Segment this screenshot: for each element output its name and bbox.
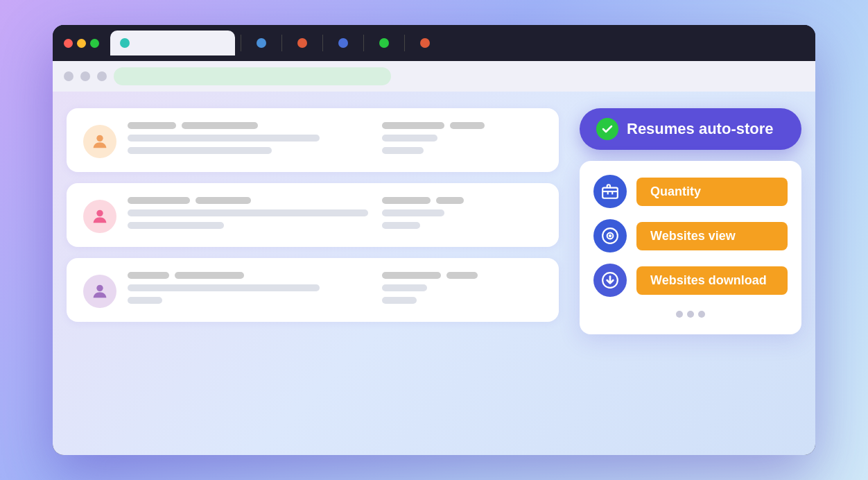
download-icon-circle — [593, 264, 627, 297]
tab-4[interactable] — [329, 31, 358, 55]
card-right-3 — [382, 272, 542, 304]
tab-divider-3 — [322, 35, 323, 51]
nav-refresh[interactable] — [97, 71, 107, 81]
more-dots[interactable] — [593, 308, 788, 318]
user-icon-1 — [90, 132, 110, 151]
nav-forward[interactable] — [80, 71, 90, 81]
tab-dot-blue — [257, 38, 266, 48]
right-panel: Resumes auto-store Quantit — [580, 108, 801, 438]
card-content-2 — [128, 197, 542, 229]
resumes-badge[interactable]: Resumes auto-store — [580, 108, 801, 150]
text-bar — [382, 222, 420, 229]
svg-point-9 — [609, 234, 611, 237]
svg-point-0 — [96, 135, 103, 142]
menu-item-websites-download[interactable]: Websites download — [593, 264, 788, 297]
text-bar — [196, 197, 251, 204]
text-bar — [382, 297, 417, 304]
resumes-label: Resumes auto-store — [627, 120, 774, 138]
text-bar — [128, 272, 169, 279]
quantity-label: Quantity — [636, 178, 788, 206]
maximize-button[interactable] — [90, 39, 99, 48]
nav-back[interactable] — [64, 71, 73, 81]
dot-3 — [698, 311, 705, 318]
svg-rect-3 — [602, 188, 618, 198]
menu-item-quantity[interactable]: Quantity — [593, 175, 788, 208]
text-bar — [382, 122, 444, 129]
text-bar — [182, 122, 258, 129]
list-card-3 — [67, 258, 559, 322]
tab-divider-2 — [281, 35, 282, 51]
text-bar — [128, 284, 320, 291]
text-bar — [128, 147, 272, 154]
checkmark-icon — [601, 123, 614, 135]
text-bar — [446, 272, 478, 279]
tab-dot-blue3 — [338, 38, 348, 48]
menu-item-websites-view[interactable]: Websites view — [593, 219, 788, 252]
text-bar — [128, 197, 190, 204]
download-icon — [601, 271, 619, 289]
card-left-3 — [128, 272, 368, 304]
eye-icon-circle — [593, 219, 627, 252]
card-content-1 — [128, 122, 542, 154]
traffic-lights — [64, 39, 99, 48]
avatar-1 — [83, 125, 116, 158]
text-bar — [128, 222, 224, 229]
text-bar — [128, 209, 368, 216]
text-bar — [175, 272, 244, 279]
tab-3[interactable] — [288, 31, 317, 55]
card-content-3 — [128, 272, 542, 304]
text-bar — [382, 135, 437, 142]
tab-dot-red2 — [420, 38, 430, 48]
briefcase-icon — [601, 182, 619, 200]
card-right-1 — [382, 122, 542, 154]
user-icon-3 — [90, 282, 110, 301]
menu-popup: Quantity Websites view — [580, 161, 801, 334]
eye-icon — [601, 227, 619, 245]
title-bar — [53, 25, 815, 61]
text-bar — [450, 122, 485, 129]
text-bar — [128, 135, 320, 142]
websites-download-label: Websites download — [636, 266, 788, 295]
address-bar[interactable] — [114, 67, 391, 85]
avatar-3 — [83, 275, 116, 308]
list-card-1 — [67, 108, 559, 172]
text-bar — [436, 197, 464, 204]
list-card-2 — [67, 183, 559, 247]
dot-2 — [687, 311, 694, 318]
tab-dot-teal — [120, 38, 130, 48]
tab-2[interactable] — [247, 31, 276, 55]
dot-1 — [676, 311, 683, 318]
browser-content: Resumes auto-store Quantit — [53, 92, 815, 455]
tab-divider-5 — [404, 35, 405, 51]
card-left-2 — [128, 197, 368, 229]
text-bar — [382, 284, 427, 291]
tab-divider-1 — [241, 35, 241, 51]
address-bar-row — [53, 61, 815, 92]
user-icon-2 — [90, 207, 110, 226]
avatar-2 — [83, 200, 116, 233]
card-left-1 — [128, 122, 368, 154]
svg-point-1 — [96, 210, 103, 216]
text-bar — [128, 297, 162, 304]
quantity-icon-circle — [593, 175, 627, 208]
text-bar — [382, 209, 444, 216]
tab-active[interactable] — [110, 31, 235, 55]
list-panel — [67, 108, 566, 438]
text-bar — [382, 272, 441, 279]
browser-window: Resumes auto-store Quantit — [53, 25, 815, 455]
tab-6[interactable] — [410, 31, 440, 55]
text-bar — [128, 122, 176, 129]
tab-5[interactable] — [370, 31, 399, 55]
minimize-button[interactable] — [77, 39, 86, 48]
tab-dot-orange — [297, 38, 307, 48]
tab-divider-4 — [363, 35, 364, 51]
svg-point-2 — [96, 285, 103, 291]
check-circle-icon — [596, 118, 618, 140]
close-button[interactable] — [64, 39, 73, 48]
text-bar — [382, 147, 424, 154]
card-right-2 — [382, 197, 542, 229]
tab-dot-green2 — [379, 38, 389, 48]
text-bar — [382, 197, 431, 204]
websites-view-label: Websites view — [636, 222, 788, 250]
